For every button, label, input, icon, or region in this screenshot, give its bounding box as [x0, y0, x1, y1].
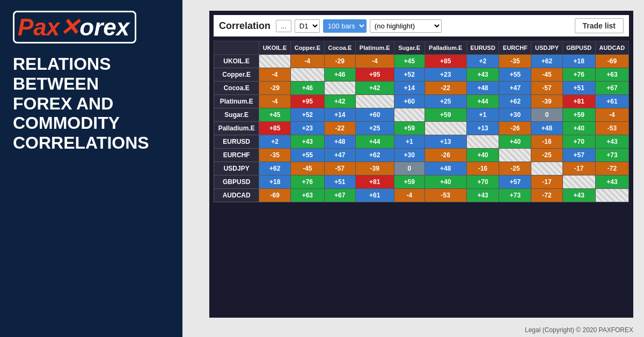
cell: +18 — [259, 175, 291, 189]
cell: +44 — [466, 95, 499, 108]
cell: +43 — [562, 189, 595, 202]
table-row: AUDCAD-69+63+67+61-4-53+43+73-72+43 — [214, 189, 629, 202]
cell: +42 — [355, 82, 394, 95]
cell: -16 — [466, 162, 499, 175]
cell: -57 — [531, 82, 562, 95]
highlight-select[interactable]: (no highlight) Highlight positive Highli… — [370, 19, 442, 33]
row-header-eurusd: EURUSD — [214, 135, 259, 149]
cell: +45 — [394, 55, 425, 68]
cell: +59 — [562, 108, 595, 122]
cell: +62 — [499, 95, 531, 108]
cell: -4 — [394, 189, 425, 202]
bars-select[interactable]: 100 bars 200 bars 500 bars — [323, 19, 367, 33]
cell: +57 — [562, 149, 595, 162]
cell: +46 — [324, 68, 355, 82]
cell: -4 — [291, 55, 325, 68]
cell: +30 — [499, 108, 531, 122]
cell: -72 — [595, 162, 628, 175]
cell: +14 — [394, 82, 425, 95]
cell: -29 — [259, 82, 291, 95]
cell: +40 — [562, 122, 595, 135]
cell: +40 — [425, 175, 466, 189]
row-header-cocoa-e: Cocoa.E — [214, 82, 259, 95]
cell: -35 — [499, 55, 531, 68]
table-row: GBPUSD+18+76+51+81+59+40+70+57-17+43 — [214, 175, 629, 189]
logo-border: Pax ✕ orex — [13, 11, 136, 43]
logo-cross: ✕ — [60, 13, 79, 41]
table-row: UKOIL.E-4-29-4+45+85+2-35+62+18-69 — [214, 55, 629, 68]
cell — [291, 68, 325, 82]
timeframe-select[interactable]: D1 H1 H4 — [295, 19, 320, 33]
cell: +13 — [425, 135, 466, 149]
cell: -39 — [355, 162, 394, 175]
headline: RELATIONSBETWEENFOREX ANDCOMMODITYCORREL… — [13, 54, 170, 153]
more-button[interactable]: ... — [276, 20, 291, 32]
cell: +67 — [595, 82, 628, 95]
table-row: USDJPY+62-45-57-390+48-16-25-17-72 — [214, 162, 629, 175]
cell: +81 — [562, 95, 595, 108]
cell: +55 — [499, 68, 531, 82]
toolbar-title: Correlation — [219, 20, 270, 32]
row-header-platinum-e: Platinum.E — [214, 95, 259, 108]
cell: +59 — [394, 175, 425, 189]
cell: +51 — [562, 82, 595, 95]
trade-list-button[interactable]: Trade list — [575, 18, 624, 33]
cell: -4 — [259, 95, 291, 108]
cell: +1 — [394, 135, 425, 149]
cell: -17 — [531, 175, 562, 189]
row-header-copper-e: Copper.E — [214, 68, 259, 82]
cell: +43 — [466, 189, 499, 202]
cell: +62 — [355, 149, 394, 162]
row-header-eurchf: EURCHF — [214, 149, 259, 162]
table-row: EURUSD+2+43+48+44+1+13+40-16+70+43 — [214, 135, 629, 149]
cell: 0 — [531, 108, 562, 122]
cell: -22 — [425, 82, 466, 95]
col-header-audcad: AUDCAD — [595, 41, 628, 55]
cell — [324, 82, 355, 95]
cell — [425, 122, 466, 135]
cell: +76 — [562, 68, 595, 82]
logo-forex: orex — [79, 14, 129, 41]
cell — [394, 108, 425, 122]
cell: +55 — [291, 149, 325, 162]
col-header-eurchf: EURCHF — [499, 41, 531, 55]
cell: -69 — [595, 55, 628, 68]
cell: -72 — [531, 189, 562, 202]
footer-text: Legal (Copyright) © 2020 PAXFOREX — [525, 326, 633, 334]
table-row: Sugar.E+45+52+14+60+59+1+300+59-4 — [214, 108, 629, 122]
cell: +18 — [562, 55, 595, 68]
cell: +45 — [259, 108, 291, 122]
cell: -25 — [499, 162, 531, 175]
cell: +2 — [466, 55, 499, 68]
cell: +61 — [595, 95, 628, 108]
cell: -25 — [531, 149, 562, 162]
col-header-cocoa: Cocoa.E — [324, 41, 355, 55]
cell: +59 — [394, 122, 425, 135]
cell: +48 — [466, 82, 499, 95]
cell — [595, 189, 628, 202]
cell: +61 — [355, 189, 394, 202]
cell: +30 — [394, 149, 425, 162]
cell: +85 — [259, 122, 291, 135]
cell: +62 — [531, 55, 562, 68]
row-header-gbpusd: GBPUSD — [214, 175, 259, 189]
table-row: EURCHF-35+55+47+62+30-26+40-25+57+73 — [214, 149, 629, 162]
cell: -26 — [425, 149, 466, 162]
cell: -57 — [324, 162, 355, 175]
cell: -53 — [425, 189, 466, 202]
cell: +63 — [595, 68, 628, 82]
cell: -4 — [355, 55, 394, 68]
cell: +46 — [291, 82, 325, 95]
correlation-table: UKOIL.E Copper.E Cocoa.E Platinum.E Suga… — [214, 41, 629, 202]
cell: +23 — [291, 122, 325, 135]
cell: +40 — [466, 149, 499, 162]
cell: 0 — [394, 162, 425, 175]
cell: +70 — [466, 175, 499, 189]
cell: +13 — [466, 122, 499, 135]
cell: -17 — [562, 162, 595, 175]
col-header-ukoil: UKOIL.E — [259, 41, 291, 55]
cell: +76 — [291, 175, 325, 189]
cell: -53 — [595, 122, 628, 135]
cell: +42 — [324, 95, 355, 108]
row-header-ukoil-e: UKOIL.E — [214, 55, 259, 68]
